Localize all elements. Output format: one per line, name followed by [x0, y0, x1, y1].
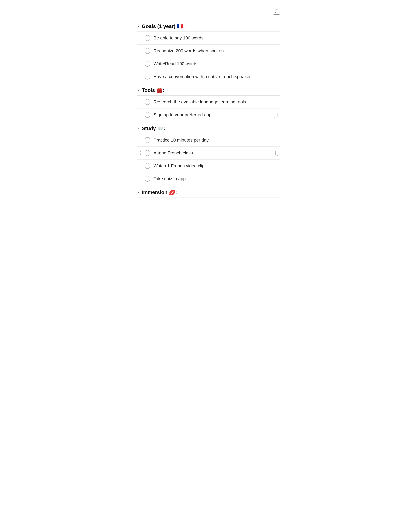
section-title-goals: Goals (1 year) 🇫🇷:: [142, 23, 185, 29]
section-header-immersion[interactable]: Immersion 💋:: [137, 186, 280, 197]
chevron-icon-study: [137, 127, 140, 130]
chevron-icon-immersion: [137, 191, 140, 194]
section-header-tools[interactable]: Tools 🧰:: [137, 84, 280, 95]
task-item: Attend French class: [137, 147, 280, 160]
task-item: Sign up to your preferred app1: [137, 109, 280, 121]
task-item: Watch 1 French video clip: [137, 160, 280, 172]
section-title-study: Study 📖:: [142, 125, 165, 131]
task-label: Watch 1 French video clip: [154, 163, 280, 168]
section-tools: Tools 🧰:Research the available language …: [137, 84, 280, 121]
task-item: Write/Read 100 words: [137, 57, 280, 70]
task-label: Recognize 200 words when spoken: [154, 48, 280, 54]
task-item: Practice 10 minutes per day: [137, 134, 280, 147]
section-title-tools: Tools 🧰:: [142, 87, 165, 93]
task-checkbox[interactable]: [145, 74, 150, 79]
task-item: Research the available language learning…: [137, 96, 280, 109]
task-label: Attend French class: [154, 151, 272, 156]
task-label: Write/Read 100 words: [154, 61, 280, 66]
task-checkbox[interactable]: [145, 35, 150, 41]
section-title-immersion: Immersion 💋:: [142, 189, 177, 195]
task-label: Practice 10 minutes per day: [154, 138, 280, 143]
comment-icon[interactable]: [275, 151, 280, 155]
task-item: Recognize 200 words when spoken: [137, 44, 280, 57]
task-item: Have a conversation with a native french…: [137, 70, 280, 83]
task-item: Be able to say 100 words: [137, 32, 280, 44]
task-list-tools: Research the available language learning…: [137, 96, 280, 121]
comment-count: 1: [278, 113, 280, 117]
task-label: Take quiz in app: [154, 176, 280, 181]
task-checkbox[interactable]: [145, 150, 150, 156]
comment-badge[interactable]: 1: [273, 113, 280, 117]
drag-handle[interactable]: [137, 151, 143, 155]
task-label: Research the available language learning…: [154, 99, 280, 105]
section-goals: Goals (1 year) 🇫🇷:Be able to say 100 wor…: [137, 20, 280, 83]
svg-rect-0: [275, 10, 278, 12]
task-checkbox[interactable]: [145, 48, 150, 54]
task-checkbox[interactable]: [145, 176, 150, 182]
task-item: Take quiz in app: [137, 172, 280, 185]
section-study: Study 📖:Practice 10 minutes per dayAtten…: [137, 122, 280, 185]
task-checkbox[interactable]: [145, 163, 150, 169]
task-checkbox[interactable]: [145, 137, 150, 143]
page-header: [137, 6, 280, 15]
task-checkbox[interactable]: [145, 112, 150, 118]
task-checkbox[interactable]: [145, 99, 150, 105]
section-header-study[interactable]: Study 📖:: [137, 122, 280, 134]
task-list-goals: Be able to say 100 wordsRecognize 200 wo…: [137, 32, 280, 83]
header-chat-button[interactable]: [273, 8, 280, 15]
section-immersion: Immersion 💋:: [137, 186, 280, 198]
task-list-study: Practice 10 minutes per dayAttend French…: [137, 134, 280, 185]
comment-badge[interactable]: [275, 151, 280, 155]
section-divider-immersion: [137, 197, 280, 198]
task-label: Have a conversation with a native french…: [154, 74, 280, 79]
sections-container: Goals (1 year) 🇫🇷:Be able to say 100 wor…: [137, 20, 280, 198]
task-label: Sign up to your preferred app: [154, 112, 270, 117]
section-header-goals[interactable]: Goals (1 year) 🇫🇷:: [137, 20, 280, 32]
comment-icon[interactable]: [273, 113, 277, 117]
chevron-icon-tools: [137, 89, 140, 92]
task-label: Be able to say 100 words: [154, 35, 280, 41]
chevron-icon-goals: [137, 25, 140, 28]
task-checkbox[interactable]: [145, 61, 150, 67]
